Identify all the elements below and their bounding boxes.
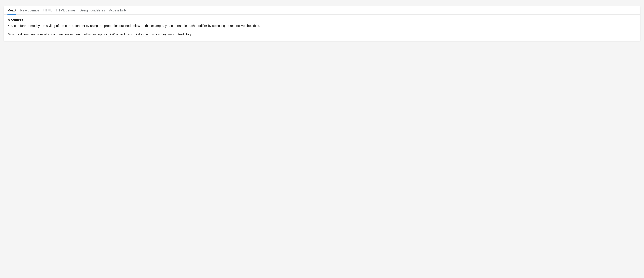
tab-html[interactable]: HTML [43, 6, 52, 14]
section-heading: Modifiers [8, 18, 636, 22]
tab-accessibility[interactable]: Accessibility [109, 6, 127, 14]
tab-design-guidelines[interactable]: Design guidelines [79, 6, 105, 14]
code-iscompact: isCompact [108, 32, 127, 37]
tab-content: Modifiers You can further modify the sty… [4, 14, 640, 41]
text-segment: Most modifiers can be used in combinatio… [8, 32, 108, 36]
code-islarge: isLarge [134, 32, 150, 37]
tab-html-demos[interactable]: HTML demos [56, 6, 76, 14]
tab-react-demos[interactable]: React demos [20, 6, 40, 14]
text-segment: , since they are contradictory. [150, 32, 192, 36]
documentation-card: React React demos HTML HTML demos Design… [4, 6, 640, 41]
paragraph-note: Most modifiers can be used in combinatio… [8, 32, 636, 37]
paragraph-intro: You can further modify the styling of th… [8, 23, 636, 28]
tab-react[interactable]: React [8, 6, 16, 14]
text-segment: and [127, 32, 134, 36]
tab-list: React React demos HTML HTML demos Design… [4, 6, 640, 14]
